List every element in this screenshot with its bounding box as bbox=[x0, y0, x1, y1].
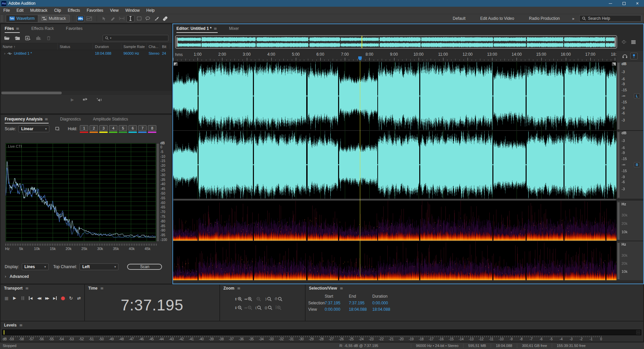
workspace-edit-audio-to-video[interactable]: Edit Audio to Video bbox=[473, 16, 522, 21]
open-file-icon[interactable] bbox=[4, 36, 10, 40]
hold-button-1[interactable]: 1 bbox=[80, 125, 88, 133]
new-item-icon[interactable] bbox=[25, 36, 31, 40]
level-meter[interactable] bbox=[2, 330, 641, 335]
stop-button[interactable]: ■ bbox=[3, 295, 10, 301]
menu-file[interactable]: File bbox=[0, 7, 13, 14]
panel-menu-icon[interactable]: ≡ bbox=[237, 286, 240, 291]
display-select[interactable]: Lines▾ bbox=[22, 263, 49, 270]
paintbrush-selection-tool-icon[interactable] bbox=[153, 15, 161, 22]
column-header-duration[interactable]: Duration bbox=[93, 43, 121, 50]
freq-tab-3[interactable]: Amplitude Statistics bbox=[93, 115, 131, 123]
rewind-button[interactable]: ◀◀ bbox=[36, 295, 42, 301]
files-tab-1[interactable]: Files≡ bbox=[5, 24, 22, 33]
zoom-out-time-button[interactable]: ↔ bbox=[244, 303, 254, 312]
frequency-graph[interactable]: Live CTI dB0-5-10-15-20-25-30-35-40-45-5… bbox=[4, 142, 168, 243]
panel-menu-icon[interactable]: ≡ bbox=[25, 286, 29, 291]
hold-button-2[interactable]: 2 bbox=[90, 125, 98, 133]
panel-menu-icon[interactable]: ≡ bbox=[214, 26, 217, 31]
hold-button-4[interactable]: 4 bbox=[109, 125, 117, 133]
loop-playback-button[interactable]: ↻ bbox=[68, 295, 74, 301]
workspace-radio-production[interactable]: Radio Production bbox=[522, 16, 567, 21]
preview-play-icon[interactable]: ▶ bbox=[71, 97, 74, 102]
panel-menu-icon[interactable]: ≡ bbox=[100, 286, 104, 291]
time-selection-tool-icon[interactable] bbox=[126, 15, 135, 22]
menu-help[interactable]: Help bbox=[143, 7, 158, 14]
snapshot-icon[interactable] bbox=[55, 127, 60, 131]
search-help-input[interactable]: Search Help bbox=[579, 15, 641, 22]
scale-select[interactable]: Linear▾ bbox=[18, 126, 49, 132]
spectrogram-left-channel[interactable] bbox=[173, 201, 616, 241]
menu-favorites[interactable]: Favorites bbox=[84, 7, 107, 14]
skip-selection-button[interactable]: ⇄ bbox=[76, 295, 82, 301]
files-hscrollbar[interactable] bbox=[1, 91, 172, 95]
workspace-default[interactable]: Default bbox=[445, 16, 473, 21]
zoom-out-amplitude-button[interactable]: ↕ bbox=[233, 303, 244, 312]
panel-menu-icon[interactable]: ≡ bbox=[340, 286, 343, 291]
files-tab-2[interactable]: Effects Rack bbox=[31, 24, 56, 33]
selview-value[interactable]: 7:37.195 bbox=[325, 301, 340, 305]
move-tool-icon[interactable] bbox=[100, 15, 108, 22]
selview-value[interactable]: 0:00.000 bbox=[372, 301, 388, 305]
file-row[interactable]: ›Untitled 1 *18:04.08896000 HzStereo24 bbox=[1, 50, 172, 57]
menu-view[interactable]: View bbox=[107, 7, 122, 14]
insert-into-multitrack-icon[interactable] bbox=[36, 36, 42, 40]
razor-tool-icon[interactable] bbox=[109, 15, 117, 22]
hold-button-5[interactable]: 5 bbox=[119, 125, 127, 133]
files-tab-3[interactable]: Favorites bbox=[66, 24, 85, 33]
workspace-overflow-button[interactable]: » bbox=[567, 16, 579, 21]
import-file-icon[interactable] bbox=[14, 36, 20, 40]
column-header-bit[interactable]: Bit bbox=[160, 43, 170, 50]
overview-navigator[interactable] bbox=[175, 35, 617, 49]
loop-preview-icon[interactable] bbox=[83, 98, 88, 102]
channel-button-R[interactable]: R bbox=[634, 162, 640, 167]
spot-healing-brush-tool-icon[interactable] bbox=[161, 15, 169, 22]
panel-menu-icon[interactable]: ≡ bbox=[16, 26, 19, 31]
hud-gain-handle-right[interactable] bbox=[612, 62, 616, 66]
hold-button-3[interactable]: 3 bbox=[99, 125, 108, 133]
column-header-status[interactable]: Status bbox=[58, 43, 93, 50]
zoom-reset-button[interactable]: ⏱ bbox=[274, 295, 284, 303]
monitor-headphones-icon[interactable] bbox=[622, 54, 628, 58]
waveform-left-channel[interactable] bbox=[173, 62, 616, 130]
zoom-in-at-out-point-button[interactable]: ⟨ bbox=[254, 303, 264, 312]
column-header-samplerate[interactable]: Sample Rate bbox=[121, 43, 147, 50]
timeline-ruler[interactable]: hms 1:002:003:004:005:006:007:008:009:00… bbox=[173, 51, 616, 61]
top-channel-select[interactable]: Left▾ bbox=[79, 263, 118, 270]
go-to-start-button[interactable]: ◀ bbox=[28, 295, 34, 301]
hud-gain-handle-left[interactable] bbox=[174, 62, 178, 66]
freq-tab-2[interactable]: Diagnostics bbox=[60, 115, 84, 123]
marquee-selection-tool-icon[interactable] bbox=[135, 15, 143, 22]
menu-edit[interactable]: Edit bbox=[13, 7, 27, 14]
waveform-right-channel[interactable] bbox=[173, 131, 616, 199]
panel-menu-icon[interactable]: ≡ bbox=[45, 117, 48, 121]
spectrogram-right-channel[interactable] bbox=[173, 241, 616, 280]
play-button[interactable]: ▶ bbox=[11, 295, 18, 301]
editor-menu-icon[interactable] bbox=[631, 40, 636, 44]
pin-playhead-button[interactable] bbox=[630, 53, 638, 59]
files-search-input[interactable]: ▾ bbox=[103, 35, 168, 41]
zoom-in-at-in-point-button[interactable]: ⟩ bbox=[264, 295, 274, 303]
fast-forward-button[interactable]: ▶▶ bbox=[44, 295, 50, 301]
zoom-out-full-button[interactable] bbox=[254, 295, 264, 303]
advanced-toggle[interactable]: ›Advanced bbox=[5, 274, 29, 279]
pause-button[interactable] bbox=[19, 295, 26, 301]
zoom-out-full-icon[interactable] bbox=[621, 40, 627, 45]
expand-chevron-icon[interactable]: › bbox=[4, 51, 5, 56]
lasso-selection-tool-icon[interactable] bbox=[144, 15, 152, 22]
hold-button-6[interactable]: 6 bbox=[128, 125, 137, 133]
menu-effects[interactable]: Effects bbox=[64, 7, 83, 14]
scan-button[interactable]: Scan bbox=[127, 264, 162, 270]
channel-button-L[interactable]: L bbox=[634, 94, 640, 99]
current-time-display[interactable]: 7:37.195 bbox=[85, 296, 219, 314]
selview-value[interactable]: 18:04.088 bbox=[349, 307, 367, 312]
waveform-editor-button[interactable]: Waveform bbox=[6, 15, 38, 22]
restore-button[interactable] bbox=[617, 0, 631, 7]
trash-icon[interactable] bbox=[47, 36, 51, 40]
column-header-cha[interactable]: Cha... bbox=[147, 43, 160, 50]
show-waveform-view-button[interactable] bbox=[76, 15, 85, 22]
zoom-in-amplitude-button[interactable]: ↕ bbox=[233, 295, 244, 303]
hold-button-7[interactable]: 7 bbox=[138, 125, 147, 133]
column-header-name[interactable]: Name ↑ bbox=[1, 43, 58, 50]
slip-tool-icon[interactable] bbox=[118, 15, 126, 22]
zoom-to-selection-button[interactable]: ⟨⟩ bbox=[264, 303, 274, 312]
